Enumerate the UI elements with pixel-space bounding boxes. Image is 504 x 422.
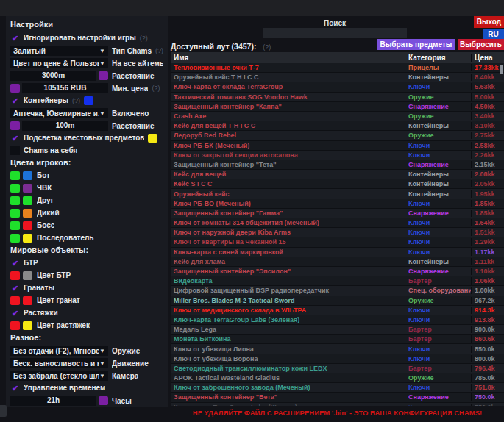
table-row[interactable]: Видеокарта Бартер 1.06kk [171, 276, 504, 286]
table-row[interactable]: Защищенный контейнер "Гамма" Снаряжение … [171, 209, 504, 218]
table-row[interactable]: APOK Tactical Wasteland Gladius Оружие 7… [171, 373, 504, 383]
tripwire-color-swatch-2[interactable] [23, 321, 32, 330]
distance-color-swatch[interactable] [99, 71, 108, 80]
table-row[interactable]: Монета Биткоина Бартер 860.6k [171, 335, 504, 344]
chams-color-swatch[interactable] [23, 221, 32, 230]
container-distance-color-swatch[interactable] [10, 121, 20, 130]
color-mode-row: Цвет по цене & Пользователь ▼ На все айт… [10, 58, 163, 68]
item-name: Защищенный контейнер "Гамма" [171, 210, 405, 217]
table-row[interactable]: Ключ РБ-БК (Меченый) Ключи 2.58kk [171, 141, 504, 151]
distance-input[interactable]: 3000m [10, 71, 96, 81]
visible-color-swatch[interactable] [10, 234, 20, 243]
help-icon[interactable]: (?) [152, 85, 160, 92]
help-icon[interactable]: (?) [72, 97, 80, 104]
btr-color-swatch-1[interactable] [10, 271, 20, 280]
column-header-name[interactable]: Имя [171, 54, 405, 62]
chams-color-swatch[interactable] [23, 209, 32, 218]
chams-color-swatch[interactable] [23, 171, 32, 180]
table-row[interactable]: Оружейный кейс T H I C C Контейнеры 8.40… [171, 73, 504, 82]
help-icon[interactable]: (?) [263, 43, 271, 51]
table-row[interactable]: Ключ от убежища Ворона Ключи 800.0k [171, 354, 504, 364]
table-row[interactable]: Кейс для вещей T H I C C Контейнеры 3.10… [171, 121, 504, 131]
table-row[interactable]: Ключ от закрытой секции автосалона Ключи… [171, 151, 504, 160]
container-filter-dropdown[interactable]: Аптечка, Ювелирные и... ▼ [10, 108, 108, 118]
table-row[interactable]: Защищенный контейнер "Каппа" Снаряжение … [171, 102, 504, 112]
drop-all-button[interactable]: Выбросить все [458, 39, 504, 50]
movement-dropdown[interactable]: Беск. выносливость и нет уста ▼ [10, 358, 108, 368]
visible-color-swatch[interactable] [10, 221, 20, 230]
table-row[interactable]: Ключ от комнаты 314 общежития (Меченый) … [171, 218, 504, 228]
item-category: Бартер [405, 365, 471, 372]
checkbox-label: Растяжки [24, 309, 58, 317]
quest-highlight-color-swatch[interactable] [148, 134, 157, 143]
btr-color-swatch-2[interactable] [23, 271, 32, 280]
chams-type-dropdown[interactable]: Залитый ▼ [10, 46, 108, 56]
checkbox-time-control[interactable]: Управление временем [10, 383, 163, 393]
table-row[interactable]: Ключ от медицинского склада в УЛЬТРА Клю… [171, 306, 504, 315]
table-row[interactable]: Кейс для вещей Контейнеры 2.08kk [171, 170, 504, 179]
checkbox-quest-highlight[interactable]: Подсветка квестовых предметов [10, 133, 163, 143]
corner-tab[interactable] [0, 405, 7, 417]
column-header-price[interactable]: Цена [471, 54, 504, 62]
checkbox-containers[interactable]: Контейнеры (?) [10, 96, 163, 105]
chams-color-swatch[interactable] [23, 184, 32, 193]
checkmark-icon [10, 259, 20, 268]
search-input[interactable] [263, 28, 407, 38]
select-kappa-items-button[interactable]: Выбрать предметы каппа [377, 39, 455, 50]
checkbox-ignore-game-settings[interactable]: Игнорировать настройки игры (?) [10, 33, 163, 43]
help-icon[interactable]: (?) [155, 47, 163, 54]
grenade-color-swatch-2[interactable] [23, 296, 32, 305]
weapon-dropdown[interactable]: Без отдачи (F2), Мгновенное п ▼ [10, 346, 108, 356]
table-row[interactable]: Цифровой защищенный DSP радиопередатчик … [171, 286, 504, 296]
chams-color-swatch[interactable] [23, 234, 32, 243]
table-row[interactable]: Ледоруб Red Rebel Оружие 2.75kk [171, 131, 504, 140]
table-row[interactable]: Crash Axe Оружие 3.40kk [171, 112, 504, 121]
table-row[interactable]: Ключ-карта TerraGroup Labs (Желтая) Ключ… [171, 403, 504, 406]
table-row[interactable]: Защищенный контейнер "Бета" Снаряжение 7… [171, 393, 504, 402]
table-row[interactable]: Ключ-карта TerraGroup Labs (Зеленая) Клю… [171, 315, 504, 325]
table-row[interactable]: Кейс для хлама Контейнеры 1.11kk [171, 257, 504, 267]
table-row[interactable]: Защищенный контейнер "Эпсилон" Снаряжени… [171, 267, 504, 276]
table-row[interactable]: Ключ РБ-ВО (Меченый) Ключи 1.85kk [171, 199, 504, 209]
table-row[interactable]: Светодиодный трансиллюминатор кожи LEDX … [171, 364, 504, 373]
grenade-color-swatch-1[interactable] [10, 296, 20, 305]
player-color-row-scav: Дикий [10, 208, 163, 218]
checkbox-btr[interactable]: БТР [10, 258, 163, 268]
containers-color-swatch[interactable] [84, 96, 93, 105]
table-row[interactable]: Ключ от заброшенного завода (Меченый) Кл… [171, 383, 504, 393]
camera-dropdown[interactable]: Без забрала (стекло шлема) ▼ [10, 371, 108, 381]
table-row[interactable]: Ключ-карта от склада TerraGroup Ключи 5.… [171, 82, 504, 92]
container-distance-input[interactable]: 100m [22, 121, 108, 131]
visible-color-swatch[interactable] [10, 171, 20, 180]
visible-color-swatch[interactable] [10, 196, 20, 205]
checkbox-self-chams[interactable]: Chams на себя [10, 146, 163, 155]
min-price-input[interactable]: 105156 RUB [22, 83, 108, 93]
table-row[interactable]: Ключ от убежища Лиона Ключи 850.0k [171, 344, 504, 354]
tripwire-color-swatch-1[interactable] [10, 321, 20, 330]
hours-input[interactable]: 21h [10, 396, 96, 406]
table-row[interactable]: Тепловизионные очки Т-7 Прицелы 17.33kk [171, 63, 504, 73]
table-row[interactable]: Miller Bros. Blades M-2 Tactical Sword О… [171, 296, 504, 306]
table-row[interactable]: Ключ от наружной двери Kiba Arms Ключи 1… [171, 228, 504, 237]
table-row[interactable]: Тактический томагавк SOG Voodoo Hawk Ору… [171, 93, 504, 102]
table-row[interactable]: Ключ от квартиры на Чеканной 15 Ключи 1.… [171, 237, 504, 247]
table-row[interactable]: Защищенный контейнер "Тета" Снаряжение 2… [171, 160, 504, 170]
table-row[interactable]: Медаль Lega Бартер 900.0k [171, 325, 504, 335]
help-icon[interactable]: (?) [140, 35, 148, 42]
checkbox-grenades[interactable]: Гранаты [10, 283, 163, 293]
color-mode-dropdown[interactable]: Цвет по цене & Пользователь ▼ [10, 58, 108, 68]
column-header-category[interactable]: Категория [405, 54, 471, 62]
table-row[interactable]: Оружейный кейс Контейнеры 1.95kk [171, 189, 504, 199]
chams-color-swatch[interactable] [23, 196, 32, 205]
hours-color-swatch[interactable] [99, 396, 108, 405]
scrollbar-thumb[interactable] [500, 65, 503, 74]
exit-button[interactable]: Выход [474, 16, 504, 28]
checkbox-tripwires[interactable]: Растяжки [10, 308, 163, 318]
table-row[interactable]: Кейс S I C C Контейнеры 2.05kk [171, 179, 504, 189]
language-button[interactable]: RU [483, 29, 504, 40]
min-price-color-swatch[interactable] [10, 84, 20, 93]
visible-color-swatch[interactable] [10, 184, 20, 193]
table-row[interactable]: Ключ-карта с синей маркировкой Ключи 1.1… [171, 248, 504, 257]
distance-group: 3000m [10, 71, 108, 81]
visible-color-swatch[interactable] [10, 209, 20, 218]
